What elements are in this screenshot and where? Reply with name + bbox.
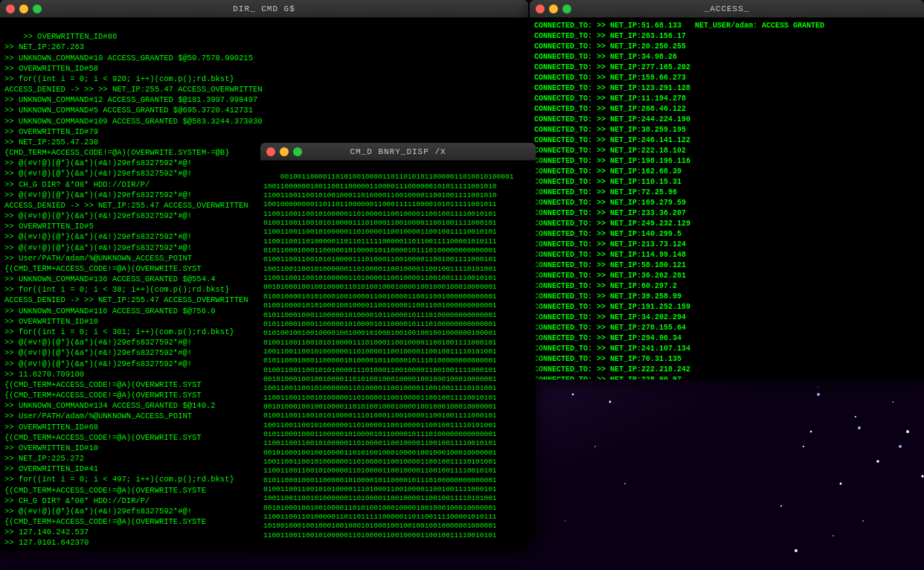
maximize-button-2[interactable] <box>293 147 302 156</box>
close-button-2[interactable] <box>266 147 275 156</box>
minimize-button[interactable] <box>19 4 28 13</box>
access-window: _ACCESS_ CONNECTED_TO: >> NET_IP:51.68.1… <box>530 0 924 380</box>
maximize-button-3[interactable] <box>562 4 571 13</box>
binary-terminal[interactable]: 0010011000011010100100001101101010110000… <box>260 161 536 537</box>
close-button[interactable] <box>6 4 15 13</box>
dircmd-title: DIR_ CMD G$ <box>233 4 295 13</box>
maximize-button[interactable] <box>33 4 42 13</box>
access-title: _ACCESS_ <box>705 4 750 13</box>
access-terminal[interactable]: CONNECTED_TO: >> NET_IP:51.68.133 NET_US… <box>530 18 924 380</box>
minimize-button-2[interactable] <box>280 147 289 156</box>
binary-titlebar: CM_D BNRY_DISP /X <box>260 143 536 161</box>
minimize-button-3[interactable] <box>549 4 558 13</box>
access-titlebar: _ACCESS_ <box>530 0 924 18</box>
close-button-3[interactable] <box>536 4 545 13</box>
binary-title: CM_D BNRY_DISP /X <box>350 147 446 156</box>
dircmd-titlebar: DIR_ CMD G$ <box>0 0 528 18</box>
binary-window: CM_D BNRY_DISP /X 0010011000011010100100… <box>260 143 536 537</box>
binary-content: 0010011000011010100100001101101010110000… <box>263 173 513 537</box>
dircmd-content: >> OVERWRITTEN_ID#86 >> NET_IP:267.263 >… <box>4 32 263 551</box>
